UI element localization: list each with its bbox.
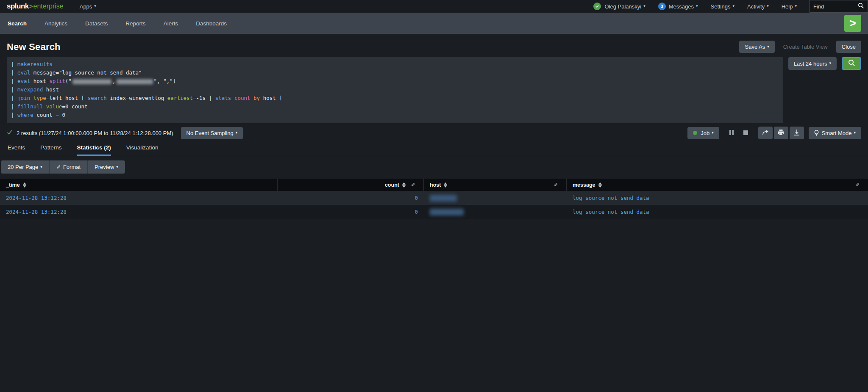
table-controls-group: 20 Per Page ▾ ✎ Format Preview ▾ <box>1 160 125 174</box>
time-value[interactable]: 2024-11-28 13:12:28 <box>6 209 67 215</box>
query-token: | <box>11 69 17 76</box>
query-line: | makeresults <box>11 60 779 69</box>
tab-statistics[interactable]: Statistics (2) <box>77 144 111 156</box>
save-as-label: Save As <box>745 44 765 50</box>
sort-icon[interactable] <box>598 182 602 188</box>
query-token: message="log source not send data" <box>30 69 142 76</box>
time-range-picker[interactable]: Last 24 hours ▾ <box>788 57 837 70</box>
edit-column-icon[interactable]: ✎ <box>411 182 415 188</box>
edit-column-icon[interactable]: ✎ <box>554 182 558 188</box>
chevron-down-icon: ▾ <box>732 4 734 8</box>
column-header-time[interactable]: _time <box>0 179 278 191</box>
user-menu[interactable]: Oleg Palanskyi ▾ <box>593 3 645 10</box>
chevron-down-icon: ▾ <box>696 4 698 8</box>
preview-label: Preview <box>95 164 114 170</box>
cell-host <box>424 205 567 219</box>
message-value[interactable]: log source not send data <box>573 195 649 201</box>
per-page-button[interactable]: 20 Per Page ▾ <box>1 160 50 174</box>
sort-icon[interactable] <box>402 182 406 188</box>
close-button[interactable]: Close <box>836 41 861 53</box>
export-button[interactable] <box>790 127 804 139</box>
app-nav-bar: Search Analytics Datasets Reports Alerts… <box>0 13 868 34</box>
redacted-host-value[interactable] <box>430 209 464 215</box>
query-token: (" <box>65 78 72 84</box>
stop-job-button[interactable] <box>740 127 751 138</box>
activity-menu[interactable]: Activity ▾ <box>747 3 769 10</box>
pause-job-button[interactable] <box>726 127 737 138</box>
nav-item-datasets[interactable]: Datasets <box>85 20 108 27</box>
query-line: | eval host=split(",", ",") <box>11 77 779 86</box>
count-value[interactable]: 0 <box>415 195 418 201</box>
messages-menu[interactable]: 3 Messages ▾ <box>658 3 698 10</box>
tab-events[interactable]: Events <box>8 144 25 156</box>
find-input[interactable] <box>813 3 858 10</box>
search-bar-row: | makeresults| eval message="log source … <box>0 57 868 123</box>
messages-menu-label: Messages <box>669 3 694 10</box>
redacted-host-value[interactable] <box>430 195 457 202</box>
table-row: 2024-11-28 13:12:28 0 log source not sen… <box>0 205 868 219</box>
splunk-logo[interactable]: splunk > enterprise <box>7 2 64 11</box>
event-sampling-button[interactable]: No Event Sampling ▾ <box>181 127 243 139</box>
query-token: =0 count <box>62 103 87 110</box>
time-range-label: Last 24 hours <box>794 61 827 67</box>
create-table-view-link[interactable]: Create Table View <box>783 44 828 50</box>
chevron-down-icon: ▾ <box>236 130 238 135</box>
search-app-icon[interactable]: > <box>844 15 861 32</box>
per-page-label: 20 Per Page <box>8 164 38 170</box>
search-query[interactable]: | makeresults| eval message="log source … <box>7 57 783 123</box>
tab-patterns[interactable]: Patterns <box>40 144 61 156</box>
settings-menu[interactable]: Settings ▾ <box>711 3 735 10</box>
nav-item-alerts[interactable]: Alerts <box>164 20 178 27</box>
column-header-count[interactable]: count ✎ <box>278 179 424 191</box>
search-mode-button[interactable]: Smart Mode ▾ <box>809 127 861 139</box>
time-value[interactable]: 2024-11-28 13:12:28 <box>6 195 67 201</box>
job-menu-button[interactable]: Job ▾ <box>687 127 719 139</box>
query-token-cmd: fillnull <box>17 103 43 110</box>
chevron-down-icon: ▾ <box>767 4 769 8</box>
query-token-fn: split <box>49 78 65 84</box>
preview-button[interactable]: Preview ▾ <box>88 160 125 174</box>
nav-item-dashboards[interactable]: Dashboards <box>196 20 227 27</box>
pause-icon <box>729 130 734 136</box>
count-value[interactable]: 0 <box>415 209 418 215</box>
format-label: Format <box>63 164 81 170</box>
find-search-box[interactable] <box>810 0 868 13</box>
job-menu-label: Job <box>701 130 709 136</box>
query-token-cmd: stats <box>215 95 231 101</box>
nav-item-search[interactable]: Search <box>8 20 27 27</box>
column-header-message[interactable]: message ✎ <box>567 179 868 191</box>
edit-column-icon[interactable]: ✎ <box>855 182 860 188</box>
column-header-host[interactable]: host ✎ <box>424 179 567 191</box>
search-submit-button[interactable] <box>842 57 861 70</box>
chevron-down-icon: ▾ <box>116 165 118 169</box>
print-button[interactable] <box>774 127 788 139</box>
query-token: host ] <box>260 95 282 101</box>
query-line: | eval message="log source not send data… <box>11 69 779 77</box>
find-magnifier-icon <box>858 3 864 10</box>
sort-icon[interactable] <box>444 182 447 188</box>
tab-visualization[interactable]: Visualization <box>126 144 159 156</box>
share-job-button[interactable] <box>758 127 773 139</box>
format-button[interactable]: ✎ Format <box>50 160 88 174</box>
query-token-mod: value <box>46 103 62 110</box>
cell-time: 2024-11-28 13:12:28 <box>0 205 278 219</box>
apps-menu[interactable]: Apps ▾ <box>80 3 96 10</box>
query-token-cmd: makeresults <box>17 61 53 67</box>
nav-item-analytics[interactable]: Analytics <box>45 20 67 27</box>
help-menu[interactable]: Help ▾ <box>782 3 797 10</box>
settings-menu-label: Settings <box>711 3 731 10</box>
statistics-table: _time count ✎ host ✎ message ✎ 2024-11-2… <box>0 179 868 219</box>
user-status-icon <box>593 3 601 10</box>
pencil-icon: ✎ <box>56 164 61 170</box>
table-header-row: _time count ✎ host ✎ message ✎ <box>0 179 868 191</box>
table-row: 2024-11-28 13:12:28 0 log source not sen… <box>0 191 868 205</box>
apps-menu-label: Apps <box>80 3 92 10</box>
query-token-cmd: search <box>88 95 107 101</box>
query-token: | <box>11 86 17 93</box>
sort-icon[interactable] <box>23 182 26 188</box>
message-value[interactable]: log source not send data <box>573 209 649 215</box>
query-token <box>231 95 234 101</box>
nav-item-reports[interactable]: Reports <box>125 20 145 27</box>
chevron-down-icon: ▾ <box>94 4 96 8</box>
save-as-button[interactable]: Save As ▾ <box>739 41 774 53</box>
